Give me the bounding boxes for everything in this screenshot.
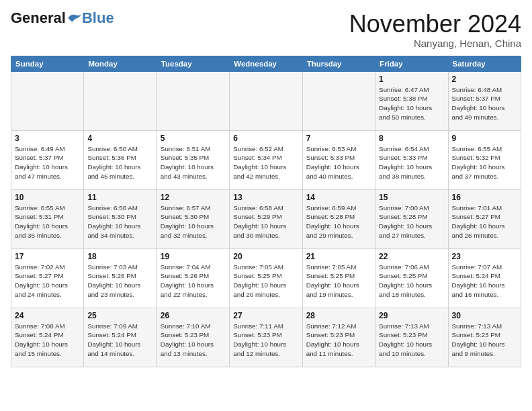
calendar-cell: 12Sunrise: 6:57 AM Sunset: 5:30 PM Dayli… xyxy=(157,189,229,248)
day-info: Sunrise: 7:03 AM Sunset: 5:26 PM Dayligh… xyxy=(87,263,152,300)
calendar-cell: 26Sunrise: 7:10 AM Sunset: 5:23 PM Dayli… xyxy=(157,308,229,367)
calendar-cell: 13Sunrise: 6:58 AM Sunset: 5:29 PM Dayli… xyxy=(230,189,302,248)
day-info: Sunrise: 7:13 AM Sunset: 5:23 PM Dayligh… xyxy=(452,322,517,359)
header-friday: Friday xyxy=(375,56,448,71)
calendar-cell: 28Sunrise: 7:12 AM Sunset: 5:23 PM Dayli… xyxy=(302,308,375,367)
logo-blue: Blue xyxy=(82,11,114,26)
calendar-cell: 21Sunrise: 7:05 AM Sunset: 5:25 PM Dayli… xyxy=(302,248,375,308)
day-info: Sunrise: 7:00 AM Sunset: 5:28 PM Dayligh… xyxy=(379,203,444,240)
month-title: November 2024 xyxy=(349,11,521,38)
calendar-cell: 17Sunrise: 7:02 AM Sunset: 5:27 PM Dayli… xyxy=(11,248,84,308)
day-number: 12 xyxy=(161,193,226,202)
day-info: Sunrise: 7:10 AM Sunset: 5:23 PM Dayligh… xyxy=(161,322,226,359)
calendar-cell: 4Sunrise: 6:50 AM Sunset: 5:36 PM Daylig… xyxy=(84,130,157,189)
day-info: Sunrise: 6:55 AM Sunset: 5:31 PM Dayligh… xyxy=(15,203,80,240)
day-info: Sunrise: 7:05 AM Sunset: 5:25 PM Dayligh… xyxy=(233,263,298,300)
day-number: 29 xyxy=(379,311,444,320)
calendar-cell: 8Sunrise: 6:54 AM Sunset: 5:33 PM Daylig… xyxy=(375,130,448,189)
calendar-cell: 3Sunrise: 6:49 AM Sunset: 5:37 PM Daylig… xyxy=(11,130,84,189)
day-number: 1 xyxy=(379,75,444,84)
day-number: 8 xyxy=(379,134,444,143)
day-number: 18 xyxy=(87,252,152,261)
calendar-cell: 18Sunrise: 7:03 AM Sunset: 5:26 PM Dayli… xyxy=(84,248,157,308)
day-number: 14 xyxy=(306,193,371,202)
day-info: Sunrise: 7:02 AM Sunset: 5:27 PM Dayligh… xyxy=(15,263,80,300)
day-number: 3 xyxy=(15,134,80,143)
day-number: 25 xyxy=(87,311,152,320)
calendar-cell: 1Sunrise: 6:47 AM Sunset: 5:38 PM Daylig… xyxy=(375,71,448,130)
day-info: Sunrise: 6:49 AM Sunset: 5:37 PM Dayligh… xyxy=(15,144,80,181)
logo: General Blue xyxy=(11,11,114,26)
calendar-cell xyxy=(230,71,302,130)
title-block: November 2024 Nanyang, Henan, China xyxy=(349,11,521,49)
calendar-cell xyxy=(302,71,375,130)
day-info: Sunrise: 7:06 AM Sunset: 5:25 PM Dayligh… xyxy=(379,263,444,300)
calendar-cell xyxy=(157,71,229,130)
calendar-week-row: 10Sunrise: 6:55 AM Sunset: 5:31 PM Dayli… xyxy=(11,189,521,248)
logo-general: General xyxy=(11,11,66,26)
day-info: Sunrise: 6:48 AM Sunset: 5:37 PM Dayligh… xyxy=(452,85,517,122)
day-number: 26 xyxy=(161,311,226,320)
day-info: Sunrise: 7:09 AM Sunset: 5:24 PM Dayligh… xyxy=(87,322,152,359)
calendar-week-row: 1Sunrise: 6:47 AM Sunset: 5:38 PM Daylig… xyxy=(11,71,521,130)
day-number: 7 xyxy=(306,134,371,143)
calendar-cell: 19Sunrise: 7:04 AM Sunset: 5:26 PM Dayli… xyxy=(157,248,229,308)
day-number: 17 xyxy=(15,252,80,261)
day-info: Sunrise: 6:50 AM Sunset: 5:36 PM Dayligh… xyxy=(87,144,152,181)
day-number: 2 xyxy=(452,75,517,84)
calendar-cell: 6Sunrise: 6:52 AM Sunset: 5:34 PM Daylig… xyxy=(230,130,302,189)
day-number: 4 xyxy=(87,134,152,143)
calendar-cell xyxy=(11,71,84,130)
day-info: Sunrise: 7:13 AM Sunset: 5:23 PM Dayligh… xyxy=(379,322,444,359)
calendar-header-row: SundayMondayTuesdayWednesdayThursdayFrid… xyxy=(11,56,521,71)
calendar-cell xyxy=(84,71,157,130)
calendar-cell: 10Sunrise: 6:55 AM Sunset: 5:31 PM Dayli… xyxy=(11,189,84,248)
day-info: Sunrise: 6:58 AM Sunset: 5:29 PM Dayligh… xyxy=(233,203,298,240)
day-number: 9 xyxy=(452,134,517,143)
day-info: Sunrise: 7:04 AM Sunset: 5:26 PM Dayligh… xyxy=(161,263,226,300)
calendar-cell: 20Sunrise: 7:05 AM Sunset: 5:25 PM Dayli… xyxy=(230,248,302,308)
day-info: Sunrise: 6:54 AM Sunset: 5:33 PM Dayligh… xyxy=(379,144,444,181)
day-number: 13 xyxy=(233,193,298,202)
logo-bird-icon xyxy=(67,12,82,24)
calendar-cell: 25Sunrise: 7:09 AM Sunset: 5:24 PM Dayli… xyxy=(84,308,157,367)
location-subtitle: Nanyang, Henan, China xyxy=(349,38,521,49)
day-info: Sunrise: 6:52 AM Sunset: 5:34 PM Dayligh… xyxy=(233,144,298,181)
calendar-cell: 7Sunrise: 6:53 AM Sunset: 5:33 PM Daylig… xyxy=(302,130,375,189)
calendar-cell: 16Sunrise: 7:01 AM Sunset: 5:27 PM Dayli… xyxy=(448,189,521,248)
day-number: 27 xyxy=(233,311,298,320)
day-info: Sunrise: 7:12 AM Sunset: 5:23 PM Dayligh… xyxy=(306,322,371,359)
calendar-cell: 24Sunrise: 7:08 AM Sunset: 5:24 PM Dayli… xyxy=(11,308,84,367)
day-info: Sunrise: 7:11 AM Sunset: 5:23 PM Dayligh… xyxy=(233,322,298,359)
calendar-cell: 29Sunrise: 7:13 AM Sunset: 5:23 PM Dayli… xyxy=(375,308,448,367)
day-info: Sunrise: 7:01 AM Sunset: 5:27 PM Dayligh… xyxy=(452,203,517,240)
day-info: Sunrise: 6:55 AM Sunset: 5:32 PM Dayligh… xyxy=(452,144,517,181)
day-number: 15 xyxy=(379,193,444,202)
day-number: 5 xyxy=(161,134,226,143)
day-number: 21 xyxy=(306,252,371,261)
day-number: 6 xyxy=(233,134,298,143)
calendar-cell: 27Sunrise: 7:11 AM Sunset: 5:23 PM Dayli… xyxy=(230,308,302,367)
calendar-cell: 30Sunrise: 7:13 AM Sunset: 5:23 PM Dayli… xyxy=(448,308,521,367)
calendar-cell: 14Sunrise: 6:59 AM Sunset: 5:28 PM Dayli… xyxy=(302,189,375,248)
day-info: Sunrise: 7:08 AM Sunset: 5:24 PM Dayligh… xyxy=(15,322,80,359)
header-wednesday: Wednesday xyxy=(230,56,302,71)
header-tuesday: Tuesday xyxy=(157,56,229,71)
day-number: 16 xyxy=(452,193,517,202)
calendar-cell: 15Sunrise: 7:00 AM Sunset: 5:28 PM Dayli… xyxy=(375,189,448,248)
day-number: 11 xyxy=(87,193,152,202)
calendar-week-row: 17Sunrise: 7:02 AM Sunset: 5:27 PM Dayli… xyxy=(11,248,521,308)
day-number: 22 xyxy=(379,252,444,261)
day-number: 20 xyxy=(233,252,298,261)
day-info: Sunrise: 6:47 AM Sunset: 5:38 PM Dayligh… xyxy=(379,85,444,122)
day-info: Sunrise: 7:07 AM Sunset: 5:24 PM Dayligh… xyxy=(452,263,517,300)
calendar-cell: 23Sunrise: 7:07 AM Sunset: 5:24 PM Dayli… xyxy=(448,248,521,308)
calendar-week-row: 24Sunrise: 7:08 AM Sunset: 5:24 PM Dayli… xyxy=(11,308,521,367)
day-number: 30 xyxy=(452,311,517,320)
day-info: Sunrise: 6:53 AM Sunset: 5:33 PM Dayligh… xyxy=(306,144,371,181)
header-thursday: Thursday xyxy=(302,56,375,71)
day-info: Sunrise: 6:59 AM Sunset: 5:28 PM Dayligh… xyxy=(306,203,371,240)
day-info: Sunrise: 6:56 AM Sunset: 5:30 PM Dayligh… xyxy=(87,203,152,240)
day-number: 23 xyxy=(452,252,517,261)
header-sunday: Sunday xyxy=(11,56,84,71)
